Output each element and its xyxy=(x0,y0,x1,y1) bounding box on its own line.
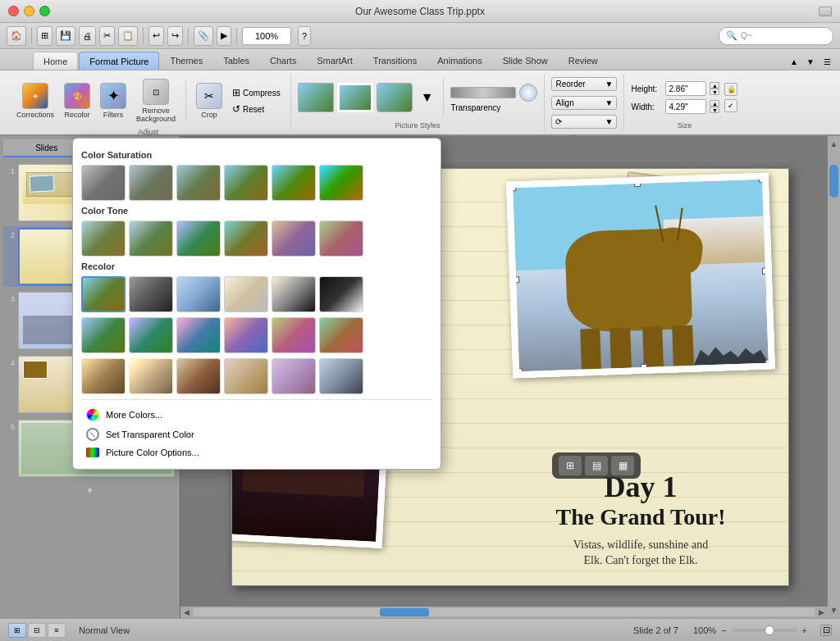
ft-btn-2[interactable]: ▤ xyxy=(585,456,608,475)
zoom-thumb[interactable] xyxy=(765,625,774,635)
pic-style-3[interactable] xyxy=(377,83,413,112)
pic-style-1[interactable] xyxy=(298,83,334,112)
sat-thumb-5[interactable] xyxy=(272,165,316,201)
save-btn[interactable]: 💾 xyxy=(56,26,75,46)
width-up[interactable]: ▲ xyxy=(710,100,719,107)
corrections-button[interactable]: ✦ Corrections xyxy=(13,81,57,120)
expand-button[interactable] xyxy=(819,7,832,16)
sat-thumb-3[interactable] xyxy=(176,165,221,201)
remove-bg-button[interactable]: ⊡ RemoveBackground xyxy=(133,77,179,125)
scroll-down-btn[interactable]: ▼ xyxy=(830,606,838,615)
close-button[interactable] xyxy=(8,6,19,16)
tab-home[interactable]: Home xyxy=(33,52,78,70)
more-colors-item[interactable]: More Colors... xyxy=(81,405,432,425)
ribbon-nav-menu[interactable]: ☰ xyxy=(820,55,833,68)
height-input[interactable]: 2.86" xyxy=(665,81,706,96)
scroll-up-btn[interactable]: ▲ xyxy=(830,139,838,148)
pic-style-2[interactable] xyxy=(337,83,373,112)
grid-view-btn[interactable]: ⊟ xyxy=(28,623,46,638)
tone-thumb-3[interactable] xyxy=(176,220,221,257)
unlock-icon[interactable]: ✓ xyxy=(724,99,737,112)
zoom-plus[interactable]: + xyxy=(802,625,807,635)
rc-thumb-13[interactable] xyxy=(81,358,126,394)
style-circle-btn[interactable] xyxy=(519,84,537,102)
fullscreen-btn[interactable]: ⊡ xyxy=(820,625,832,636)
search-box[interactable]: 🔍 Q~ xyxy=(719,27,833,45)
ribbon-nav-down[interactable]: ▼ xyxy=(804,55,817,68)
reset-button[interactable]: ↺ Reset xyxy=(229,102,284,116)
grid-btn[interactable]: ⊞ xyxy=(37,26,52,46)
help-btn[interactable]: ? xyxy=(298,26,311,46)
handle-mr[interactable] xyxy=(762,268,769,275)
elk-photo-frame[interactable] xyxy=(506,172,775,378)
home-tab-button[interactable]: 🏠 xyxy=(7,26,26,46)
tone-thumb-2[interactable] xyxy=(129,220,173,257)
rotate-dropdown[interactable]: ⟳ ▼ xyxy=(551,115,617,129)
tab-slideshow[interactable]: Slide Show xyxy=(493,52,558,70)
zoom-box[interactable]: 100% xyxy=(242,27,291,45)
ribbon-nav-up[interactable]: ▲ xyxy=(788,55,801,68)
sat-thumb-1[interactable] xyxy=(81,165,126,201)
handle-tr[interactable] xyxy=(759,176,765,183)
zoom-minus[interactable]: − xyxy=(721,625,726,635)
h-scrollbar-thumb[interactable] xyxy=(380,608,429,616)
height-down[interactable]: ▼ xyxy=(710,89,719,95)
undo-btn[interactable]: ↩ xyxy=(148,26,164,46)
print-btn[interactable]: 🖨 xyxy=(79,26,96,46)
play-btn[interactable]: ▶ xyxy=(217,26,231,46)
set-transparent-item[interactable]: Set Transparent Color xyxy=(81,425,432,444)
tab-themes[interactable]: Themes xyxy=(160,52,212,70)
handle-bl[interactable] xyxy=(516,368,523,375)
align-dropdown[interactable]: Align ▼ xyxy=(551,96,617,110)
sat-thumb-6[interactable] xyxy=(319,165,363,201)
tone-thumb-6[interactable] xyxy=(319,220,363,257)
tab-transitions[interactable]: Transitions xyxy=(363,52,427,70)
rc-thumb-16[interactable] xyxy=(224,358,268,394)
height-up[interactable]: ▲ xyxy=(710,82,719,89)
rc-thumb-5[interactable] xyxy=(272,276,316,312)
tone-thumb-5[interactable] xyxy=(272,220,316,257)
tab-animations[interactable]: Animations xyxy=(427,52,491,70)
rc-thumb-10[interactable] xyxy=(224,317,268,353)
reorder-dropdown[interactable]: Reorder ▼ xyxy=(551,77,617,91)
rc-thumb-9[interactable] xyxy=(176,317,221,353)
recolor-button[interactable]: 🎨 Recolor xyxy=(61,81,94,120)
rc-thumb-3[interactable] xyxy=(176,276,221,312)
handle-br[interactable] xyxy=(765,359,772,366)
pic-styles-more[interactable]: ▼ xyxy=(418,89,437,106)
scroll-right-btn[interactable]: ▶ xyxy=(819,608,824,616)
ft-btn-3[interactable]: ▦ xyxy=(611,456,634,475)
rc-thumb-17[interactable] xyxy=(272,358,316,394)
notes-view-btn[interactable]: ≡ xyxy=(48,623,66,638)
rc-thumb-7[interactable] xyxy=(81,317,126,353)
width-input[interactable]: 4.29" xyxy=(665,99,706,114)
rc-thumb-2[interactable] xyxy=(129,276,173,312)
tab-format-picture[interactable]: Format Picture xyxy=(79,52,159,70)
width-down[interactable]: ▼ xyxy=(710,107,719,113)
ft-btn-1[interactable]: ⊞ xyxy=(559,456,582,475)
lock-icon[interactable]: 🔒 xyxy=(724,83,737,96)
rc-thumb-1[interactable] xyxy=(81,276,126,312)
rc-thumb-8[interactable] xyxy=(129,317,173,353)
tab-charts[interactable]: Charts xyxy=(260,52,306,70)
cut-btn[interactable]: ✂ xyxy=(99,26,115,46)
copy-btn[interactable]: 📋 xyxy=(118,26,138,46)
rc-thumb-14[interactable] xyxy=(129,358,173,394)
rc-thumb-4[interactable] xyxy=(224,276,268,312)
redo-btn[interactable]: ↪ xyxy=(167,26,183,46)
rc-thumb-12[interactable] xyxy=(319,317,363,353)
handle-bc[interactable] xyxy=(641,364,647,371)
sat-thumb-4[interactable] xyxy=(224,165,268,201)
rc-thumb-15[interactable] xyxy=(176,358,221,394)
tone-thumb-4[interactable] xyxy=(224,220,268,257)
maximize-button[interactable] xyxy=(39,6,50,16)
minimize-button[interactable] xyxy=(24,6,34,16)
attach-btn[interactable]: 📎 xyxy=(194,26,213,46)
scroll-left-btn[interactable]: ◀ xyxy=(184,608,189,616)
handle-ml[interactable] xyxy=(513,276,519,283)
rc-thumb-6[interactable] xyxy=(319,276,363,312)
normal-view-btn[interactable]: ⊞ xyxy=(8,623,26,638)
tab-smartart[interactable]: SmartArt xyxy=(307,52,362,70)
picture-color-options-item[interactable]: Picture Color Options... xyxy=(81,444,432,461)
crop-button[interactable]: ✂ Crop xyxy=(193,81,226,120)
